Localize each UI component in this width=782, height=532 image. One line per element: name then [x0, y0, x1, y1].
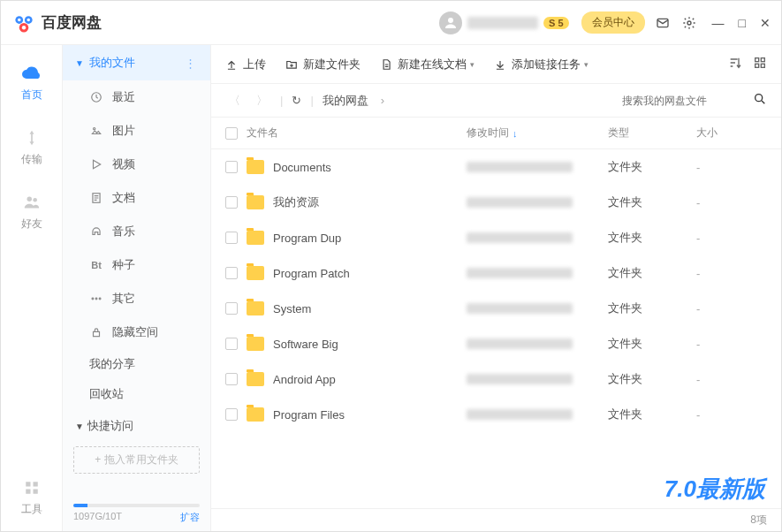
logo: 百度网盘: [11, 11, 102, 35]
folder-icon: [247, 231, 264, 245]
file-time: [467, 303, 608, 314]
folder-icon: [247, 337, 264, 351]
col-size[interactable]: 大小: [696, 125, 767, 141]
rail-transfer[interactable]: 传输: [21, 127, 42, 167]
maximize-button[interactable]: □: [739, 16, 746, 30]
row-checkbox[interactable]: [225, 373, 238, 385]
file-row[interactable]: Program Dup文件夹-: [211, 220, 781, 255]
svg-rect-13: [26, 490, 30, 494]
svg-point-4: [27, 18, 31, 21]
close-button[interactable]: ✕: [760, 16, 771, 30]
new-folder-button[interactable]: 新建文件夹: [285, 57, 361, 72]
row-checkbox[interactable]: [225, 267, 238, 279]
other-icon: [89, 293, 103, 305]
file-row[interactable]: Android App文件夹-: [211, 361, 781, 397]
file-time: [467, 374, 608, 384]
new-online-doc-button[interactable]: 新建在线文档 ▾: [380, 57, 475, 72]
add-link-button[interactable]: 添加链接任务 ▾: [494, 57, 588, 72]
rail-tools[interactable]: 工具: [21, 477, 42, 517]
user-area[interactable]: S 5: [439, 11, 569, 34]
nav-back-button[interactable]: 〈: [225, 93, 244, 109]
lock-icon: [89, 326, 103, 338]
sidebar-my-share[interactable]: 我的分享: [63, 349, 210, 379]
bt-icon: Bt: [89, 260, 103, 270]
svg-point-9: [27, 197, 32, 202]
folder-icon: [247, 195, 264, 209]
sidebar-my-files[interactable]: ▼ 我的文件 ⋮: [63, 45, 210, 80]
sidebar-item-label: 隐藏空间: [112, 324, 158, 340]
file-row[interactable]: 我的资源文件夹-: [211, 185, 781, 220]
file-row[interactable]: Program Patch文件夹-: [211, 255, 781, 291]
row-checkbox[interactable]: [225, 232, 238, 244]
s-badge: S 5: [543, 17, 569, 29]
upload-button[interactable]: 上传: [225, 57, 266, 72]
sidebar-item-bt[interactable]: Bt种子: [63, 248, 210, 282]
vip-center-button[interactable]: 会员中心: [581, 11, 645, 34]
file-row[interactable]: Software Big文件夹-: [211, 326, 781, 361]
file-size: -: [696, 196, 767, 209]
doc-icon: [380, 58, 392, 71]
col-time[interactable]: 修改时间↓: [467, 125, 608, 141]
row-checkbox[interactable]: [225, 196, 238, 209]
rail-friends[interactable]: 好友: [21, 192, 42, 232]
svg-point-5: [22, 26, 26, 29]
avatar[interactable]: [439, 11, 462, 34]
file-size: -: [696, 408, 767, 422]
search-icon[interactable]: [753, 92, 767, 109]
toolbar: 上传 新建文件夹 新建在线文档 ▾ 添加链接任务 ▾: [211, 45, 781, 84]
minimize-button[interactable]: —: [712, 16, 725, 30]
path-bar: 〈 〉 | ↻ | 我的网盘 ›: [211, 84, 781, 118]
sidebar-quick-access[interactable]: ▼ 快捷访问: [63, 409, 210, 443]
file-row[interactable]: Documents文件夹-: [211, 149, 781, 185]
sidebar-item-lock[interactable]: 隐藏空间: [63, 315, 210, 349]
grid-icon: [21, 477, 42, 498]
file-size: -: [696, 267, 767, 280]
quick-access-drop[interactable]: + 拖入常用文件夹: [73, 446, 200, 474]
svg-point-16: [94, 128, 95, 130]
row-checkbox[interactable]: [225, 338, 238, 350]
file-row[interactable]: System文件夹-: [211, 291, 781, 326]
row-checkbox[interactable]: [225, 161, 238, 173]
mail-icon[interactable]: [656, 16, 670, 30]
file-name: System: [273, 302, 467, 315]
search-input[interactable]: [622, 95, 746, 107]
file-time: [467, 197, 608, 208]
file-name: Android App: [273, 373, 467, 386]
view-grid-icon[interactable]: [753, 56, 767, 73]
chevron-down-icon: ▼: [75, 422, 84, 431]
nav-forward-button[interactable]: 〉: [253, 93, 271, 109]
sort-icon[interactable]: [728, 56, 742, 73]
sidebar-item-doc[interactable]: 文档: [63, 181, 210, 215]
baidu-netdisk-logo-icon: [11, 11, 36, 35]
row-checkbox[interactable]: [225, 408, 238, 421]
row-checkbox[interactable]: [225, 302, 238, 315]
breadcrumb-root[interactable]: 我的网盘: [323, 93, 368, 109]
sidebar-item-music[interactable]: 音乐: [63, 215, 210, 248]
sidebar-item-label: 视频: [112, 156, 135, 172]
sidebar-item-clock[interactable]: 最近: [63, 80, 210, 114]
sidebar-item-other[interactable]: 其它: [63, 282, 210, 315]
col-name[interactable]: 文件名: [247, 125, 467, 141]
sidebar-item-video[interactable]: 视频: [63, 148, 210, 181]
svg-marker-17: [94, 160, 101, 168]
sidebar: ▼ 我的文件 ⋮ 最近图片视频文档音乐Bt种子其它隐藏空间 我的分享 回收站 ▼…: [63, 45, 211, 531]
sidebar-recycle[interactable]: 回收站: [63, 379, 210, 409]
file-time: [467, 409, 608, 420]
title-bar: 百度网盘 S 5 会员中心 — □ ✕: [1, 1, 781, 45]
svg-point-19: [92, 298, 94, 300]
gear-icon[interactable]: [682, 16, 696, 30]
refresh-button[interactable]: ↻: [292, 94, 301, 107]
svg-rect-22: [94, 331, 100, 336]
select-all-checkbox[interactable]: [225, 127, 238, 140]
sidebar-item-label: 音乐: [112, 224, 135, 239]
file-type: 文件夹: [608, 407, 696, 422]
sidebar-item-image[interactable]: 图片: [63, 114, 210, 148]
file-type: 文件夹: [608, 159, 696, 175]
more-icon[interactable]: ⋮: [185, 57, 198, 70]
chevron-down-icon: ▾: [584, 60, 588, 69]
file-row[interactable]: Program Files文件夹-: [211, 397, 781, 432]
col-type[interactable]: 类型: [608, 125, 696, 141]
rail-home[interactable]: 首页: [21, 63, 42, 103]
file-name: Software Big: [273, 338, 467, 351]
expand-storage-link[interactable]: 扩容: [180, 511, 200, 524]
